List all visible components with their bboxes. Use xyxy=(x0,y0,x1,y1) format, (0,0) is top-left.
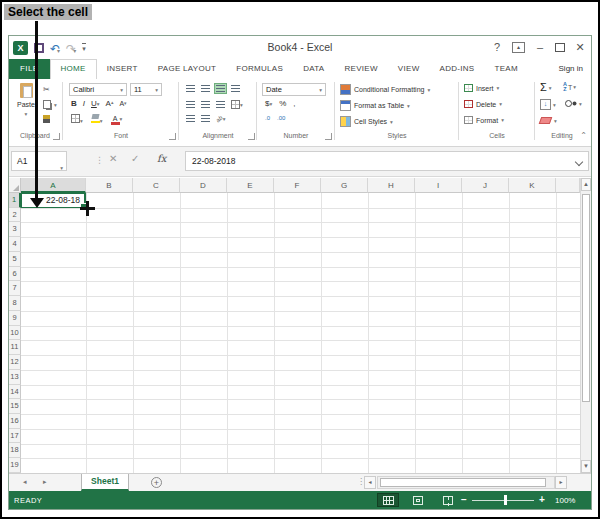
tab-review[interactable]: REVIEW xyxy=(335,59,388,79)
find-select-button[interactable]: ▾ xyxy=(565,100,582,107)
delete-button[interactable]: Delete ▾ xyxy=(464,100,502,108)
format-dropdown-icon[interactable]: ▾ xyxy=(501,117,504,123)
row-header-13[interactable]: 13 xyxy=(9,370,21,385)
column-header-c[interactable]: C xyxy=(133,178,180,193)
center-button[interactable] xyxy=(199,99,212,110)
autosum-dropdown-icon[interactable]: ▾ xyxy=(549,85,552,91)
percent-button[interactable]: % xyxy=(279,99,286,108)
row-header-4[interactable]: 4 xyxy=(9,237,21,252)
hscroll-right-icon[interactable]: ▸ xyxy=(555,476,567,489)
conditional-formatting-dropdown-icon[interactable]: ▾ xyxy=(427,87,430,93)
hscroll-left-icon[interactable]: ◂ xyxy=(364,476,376,489)
delete-dropdown-icon[interactable]: ▾ xyxy=(499,101,502,107)
redo-button[interactable]: ↷▾ xyxy=(66,39,76,57)
column-header-e[interactable]: E xyxy=(227,178,274,193)
excel-logo-icon[interactable]: X xyxy=(13,41,28,55)
row-header-8[interactable]: 8 xyxy=(9,296,21,311)
decrease-indent-button[interactable] xyxy=(184,113,197,124)
row-header-19[interactable]: 19 xyxy=(9,458,21,473)
ribbon-display-options-icon[interactable]: ▴ xyxy=(512,42,525,53)
redo-dropdown-icon[interactable]: ▾ xyxy=(73,48,76,54)
row-header-18[interactable]: 18 xyxy=(9,443,21,458)
horizontal-scroll-thumb[interactable] xyxy=(380,478,546,487)
zoom-out-button[interactable]: − xyxy=(461,494,467,505)
grow-font-button[interactable]: A▴ xyxy=(106,99,114,108)
customize-qat-icon[interactable]: ▾ xyxy=(82,43,86,52)
align-left-button[interactable] xyxy=(184,99,197,110)
row-header-2[interactable]: 2 xyxy=(9,208,21,223)
border-dropdown-icon[interactable]: ▾ xyxy=(80,118,83,124)
new-sheet-icon[interactable]: + xyxy=(151,477,162,488)
number-dialog-launcher[interactable] xyxy=(325,133,332,140)
find-dropdown-icon[interactable]: ▾ xyxy=(579,101,582,107)
format-painter-button[interactable] xyxy=(43,115,50,123)
page-layout-view-button[interactable] xyxy=(407,493,429,507)
autosum-button[interactable]: Σ ▾ xyxy=(540,82,552,93)
row-header-11[interactable]: 11 xyxy=(9,340,21,355)
font-dialog-launcher[interactable] xyxy=(169,133,176,140)
row-header-12[interactable]: 12 xyxy=(9,355,21,370)
font-size-combo[interactable]: 11▾ xyxy=(130,83,162,96)
font-name-dropdown-icon[interactable]: ▾ xyxy=(120,87,123,93)
bold-button[interactable]: B xyxy=(71,99,77,108)
sheet-nav-right-icon[interactable]: ▸ xyxy=(43,478,47,486)
underline-dropdown-icon[interactable]: ▾ xyxy=(97,101,100,107)
formula-input[interactable]: 22-08-2018 xyxy=(185,151,589,171)
column-header-i[interactable]: I xyxy=(415,178,462,193)
select-all-corner[interactable] xyxy=(9,178,21,193)
fill-color-button[interactable]: ▾ xyxy=(91,114,103,124)
decrease-decimal-button[interactable]: .00 xyxy=(277,115,285,121)
row-header-17[interactable]: 17 xyxy=(9,429,21,444)
font-color-button[interactable]: A▾ xyxy=(111,115,123,124)
cut-button[interactable]: ✂ xyxy=(43,85,50,94)
column-header-k[interactable]: K xyxy=(509,178,556,193)
name-box[interactable]: A1 ▾ xyxy=(11,151,67,171)
number-format-dropdown-icon[interactable]: ▾ xyxy=(319,87,322,93)
collapse-ribbon-icon[interactable]: ⌃ xyxy=(580,131,587,140)
merge-dropdown-icon[interactable]: ▾ xyxy=(240,102,243,108)
tab-data[interactable]: DATA xyxy=(293,59,334,79)
undo-dropdown-icon[interactable]: ▾ xyxy=(57,48,60,54)
underline-button[interactable]: U▾ xyxy=(91,99,100,108)
name-box-dropdown-icon[interactable]: ▾ xyxy=(60,159,63,177)
paste-dropdown-icon[interactable]: ▾ xyxy=(25,111,28,117)
insert-dropdown-icon[interactable]: ▾ xyxy=(497,85,500,91)
zoom-level[interactable]: 100% xyxy=(555,496,575,505)
align-right-button[interactable] xyxy=(214,99,227,110)
copy-button[interactable]: ▾ xyxy=(43,100,57,109)
format-as-table-button[interactable]: Format as Table ▾ xyxy=(340,100,410,111)
font-name-combo[interactable]: Calibri▾ xyxy=(69,83,127,96)
close-button[interactable]: ✕ xyxy=(572,36,588,59)
font-color-dropdown-icon[interactable]: ▾ xyxy=(120,116,123,122)
top-align-button[interactable] xyxy=(184,83,197,94)
tab-insert[interactable]: INSERT xyxy=(97,59,148,79)
increase-decimal-button[interactable]: .0 xyxy=(265,115,270,121)
comma-button[interactable]: , xyxy=(293,99,295,108)
row-header-15[interactable]: 15 xyxy=(9,399,21,414)
row-header-10[interactable]: 10 xyxy=(9,326,21,341)
formula-bar-splitter[interactable]: ⋮ xyxy=(95,155,104,165)
tab-add-ins[interactable]: ADD-INS xyxy=(430,59,485,79)
row-header-3[interactable]: 3 xyxy=(9,222,21,237)
column-header-f[interactable]: F xyxy=(274,178,321,193)
cancel-button[interactable]: ✕ xyxy=(109,153,117,164)
format-as-table-dropdown-icon[interactable]: ▾ xyxy=(407,103,410,109)
orientation-button[interactable]: ab▾ xyxy=(214,114,227,124)
zoom-slider-track[interactable] xyxy=(472,500,534,501)
fill-color-dropdown-icon[interactable]: ▾ xyxy=(100,118,103,124)
zoom-in-button[interactable]: + xyxy=(539,494,545,505)
vertical-scrollbar[interactable]: ▲ ▼ xyxy=(580,178,591,473)
font-size-dropdown-icon[interactable]: ▾ xyxy=(155,87,158,93)
cell-styles-dropdown-icon[interactable]: ▾ xyxy=(390,119,393,125)
sheet-nav-left-icon[interactable]: ◂ xyxy=(23,478,27,486)
sheet-tab-sheet1[interactable]: Sheet1 xyxy=(81,474,129,491)
page-break-view-button[interactable] xyxy=(437,493,459,507)
column-header-h[interactable]: H xyxy=(368,178,415,193)
expand-formula-bar-icon[interactable] xyxy=(575,158,583,166)
fill-dropdown-icon[interactable]: ▾ xyxy=(553,102,556,108)
border-button[interactable]: ▾ xyxy=(71,114,83,124)
clear-button[interactable]: ▾ xyxy=(540,117,557,124)
grid-body[interactable]: 22-08-18 xyxy=(21,193,580,473)
merge-center-button[interactable]: ▾ xyxy=(229,98,245,111)
row-header-1[interactable]: 1 xyxy=(9,193,21,208)
